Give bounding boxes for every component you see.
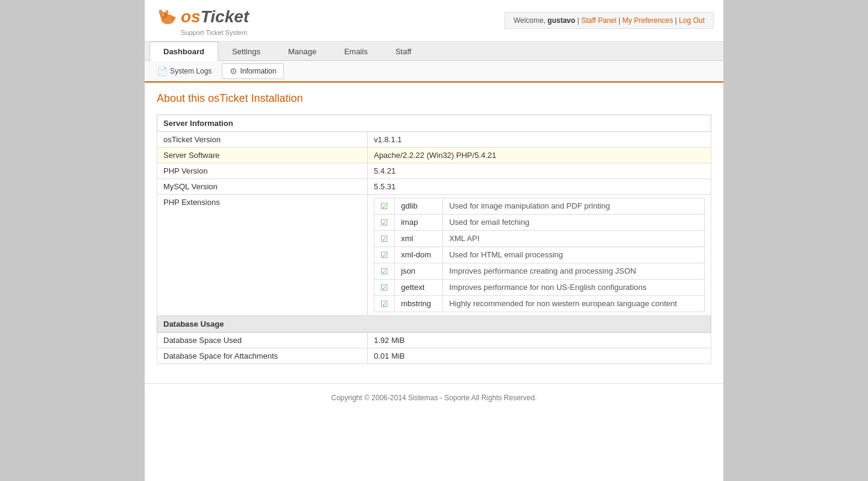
content: About this osTicket Installation Server … — [145, 83, 723, 374]
nav-item-manage[interactable]: Manage — [274, 42, 330, 61]
sub-nav: 📄System Logs⚙Information — [145, 61, 723, 83]
ext-check: ☑ — [374, 247, 395, 263]
sub-nav-icon: ⚙ — [230, 66, 237, 76]
row-label: MySQL Version — [157, 179, 368, 195]
server-section-header: Server Information — [157, 115, 711, 132]
logo-ticket: Ticket — [201, 7, 249, 27]
welcome-prefix: Welcome, — [514, 16, 547, 25]
ext-name: gdlib — [395, 198, 443, 215]
row-value: v1.8.1.1 — [368, 132, 711, 148]
svg-point-4 — [162, 13, 164, 15]
logo-os: os — [181, 7, 201, 27]
row-value: 0.01 MiB — [368, 348, 711, 364]
extension-row: ☑ mbstring Highly recommended for non we… — [374, 296, 705, 312]
db-row: Database Space for Attachments0.01 MiB — [157, 348, 711, 364]
ext-name: json — [395, 263, 443, 280]
row-value: Apache/2.2.22 (Win32) PHP/5.4.21 — [368, 148, 711, 163]
extension-row: ☑ xml XML API — [374, 231, 705, 247]
ext-desc: Improves performance creating and proces… — [443, 263, 705, 280]
sub-nav-label: System Logs — [170, 67, 212, 75]
server-row: MySQL Version5.5.31 — [157, 179, 711, 195]
sub-nav-item-system-logs[interactable]: 📄System Logs — [149, 63, 219, 79]
sep2: | — [617, 16, 623, 25]
logo-tagline: Support Ticket System — [181, 29, 247, 36]
row-value: 5.5.31 — [368, 179, 711, 195]
ext-desc: Used for HTML email processing — [443, 247, 705, 263]
ext-desc: Used for image manipulation and PDF prin… — [443, 198, 705, 215]
ext-name: xml — [395, 231, 443, 247]
row-label: osTicket Version — [157, 132, 368, 148]
sub-nav-item-information[interactable]: ⚙Information — [222, 63, 284, 79]
ext-desc: Highly recommended for non western europ… — [443, 296, 705, 312]
ext-check: ☑ — [374, 215, 395, 231]
sep3: | — [673, 16, 679, 25]
extension-row: ☑ gettext Improves performance for non U… — [374, 280, 705, 296]
page-title: About this osTicket Installation — [157, 92, 711, 105]
extensions-row: PHP Extensions ☑ gdlib Used for image ma… — [157, 195, 711, 316]
ext-name: xml-dom — [395, 247, 443, 263]
extension-row: ☑ json Improves performance creating and… — [374, 263, 705, 280]
ext-name: mbstring — [395, 296, 443, 312]
nav-item-dashboard[interactable]: Dashboard — [149, 42, 218, 61]
nav-item-settings[interactable]: Settings — [218, 42, 274, 61]
logo-area: osTicket Support Ticket System — [154, 5, 249, 36]
ext-desc: Used for email fetching — [443, 215, 705, 231]
ext-check: ☑ — [374, 198, 395, 215]
ext-check: ☑ — [374, 280, 395, 296]
row-value: 1.92 MiB — [368, 333, 711, 348]
row-value: 5.4.21 — [368, 163, 711, 179]
footer-text: Copyright © 2006-2014 Sistemas - Soporte… — [331, 394, 536, 402]
row-label: Database Space for Attachments — [157, 348, 368, 364]
sub-nav-label: Information — [240, 67, 276, 75]
footer: Copyright © 2006-2014 Sistemas - Soporte… — [145, 383, 723, 412]
ext-check: ☑ — [374, 263, 395, 280]
extensions-value: ☑ gdlib Used for image manipulation and … — [368, 195, 711, 316]
ext-desc: Improves performance for non US-English … — [443, 280, 705, 296]
row-label: PHP Version — [157, 163, 368, 179]
ext-check: ☑ — [374, 296, 395, 312]
db-header-cell: Database Usage — [157, 316, 711, 333]
server-row: PHP Version5.4.21 — [157, 163, 711, 179]
sep1: | — [575, 16, 581, 25]
row-label: Database Space Used — [157, 333, 368, 348]
main-nav: DashboardSettingsManageEmailsStaff — [145, 42, 723, 61]
extensions-table: ☑ gdlib Used for image manipulation and … — [374, 198, 705, 312]
my-preferences-link[interactable]: My Preferences — [622, 16, 673, 25]
ext-desc: XML API — [443, 231, 705, 247]
db-section-header: Database Usage — [157, 316, 711, 333]
ext-check: ☑ — [374, 231, 395, 247]
server-header-cell: Server Information — [157, 115, 711, 132]
nav-item-emails[interactable]: Emails — [330, 42, 382, 61]
row-label: Server Software — [157, 148, 368, 163]
username: gustavo — [547, 16, 575, 25]
info-table: Server Information osTicket Versionv1.8.… — [157, 115, 711, 364]
server-row: osTicket Versionv1.8.1.1 — [157, 132, 711, 148]
svg-point-5 — [165, 14, 166, 15]
ext-name: imap — [395, 215, 443, 231]
extensions-label: PHP Extensions — [157, 195, 368, 316]
db-row: Database Space Used1.92 MiB — [157, 333, 711, 348]
sub-nav-icon: 📄 — [157, 66, 168, 76]
logo-icon — [154, 5, 178, 29]
ext-name: gettext — [395, 280, 443, 296]
header-welcome: Welcome, gustavo | Staff Panel | My Pref… — [505, 12, 714, 29]
nav-item-staff[interactable]: Staff — [382, 42, 426, 61]
extension-row: ☑ xml-dom Used for HTML email processing — [374, 247, 705, 263]
staff-panel-link[interactable]: Staff Panel — [581, 16, 617, 25]
logout-link[interactable]: Log Out — [679, 16, 705, 25]
extension-row: ☑ gdlib Used for image manipulation and … — [374, 198, 705, 215]
server-row: Server SoftwareApache/2.2.22 (Win32) PHP… — [157, 148, 711, 163]
extension-row: ☑ imap Used for email fetching — [374, 215, 705, 231]
